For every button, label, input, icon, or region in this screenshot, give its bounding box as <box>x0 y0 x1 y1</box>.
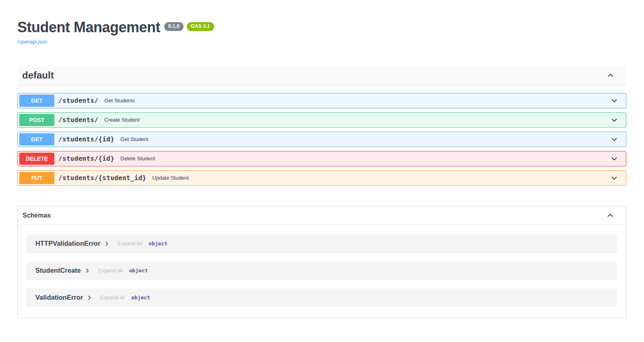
swagger-ui-page: Student Management 0.1.0 OAS 3.1 /openap… <box>0 0 644 334</box>
expand-all-button[interactable]: Expand all <box>118 240 142 247</box>
chevron-down-icon <box>610 174 619 182</box>
http-method-badge: POST <box>19 114 54 126</box>
openapi-spec-link[interactable]: /openapi.json <box>17 39 47 45</box>
model-name: ValidationError <box>35 294 83 301</box>
operation-path: /students/{student_id} <box>58 174 147 182</box>
expand-operation-button[interactable] <box>608 153 620 165</box>
model-type-label: object <box>129 267 148 274</box>
tag-title: default <box>22 70 54 81</box>
operation-path: /students/ <box>58 97 98 104</box>
chevron-right-icon <box>104 241 109 247</box>
tag-header-default[interactable]: default <box>17 66 626 85</box>
chevron-down-icon <box>610 96 619 105</box>
chevron-up-icon <box>606 71 615 80</box>
http-method-badge: DELETE <box>19 153 54 165</box>
model-type-label: object <box>131 294 150 301</box>
page-title: Student Management <box>17 19 160 35</box>
operation-path: /students/ <box>58 116 98 124</box>
collapse-schemas-button[interactable] <box>604 209 616 222</box>
schema-model-row: StudentCreate Expand all object <box>27 261 617 280</box>
expand-operation-button[interactable] <box>608 114 620 126</box>
operations-list: GET /students/ Get Students POST /studen… <box>17 85 626 186</box>
expand-all-button[interactable]: Expand all <box>98 267 123 274</box>
http-method-badge: GET <box>19 133 54 145</box>
operation-summary: Get Student <box>120 136 148 142</box>
expand-operation-button[interactable] <box>608 95 620 107</box>
model-name: StudentCreate <box>35 267 81 274</box>
title-badges: 0.1.0 OAS 3.1 <box>164 22 214 31</box>
model-toggle-button[interactable]: HTTPValidationError <box>35 240 109 247</box>
expand-all-button[interactable]: Expand all <box>100 294 125 301</box>
chevron-down-icon <box>610 154 619 163</box>
oas-version-badge: OAS 3.1 <box>187 22 214 31</box>
expand-operation-button[interactable] <box>608 172 620 184</box>
model-toggle-button[interactable]: StudentCreate <box>35 267 90 274</box>
model-toggle-button[interactable]: ValidationError <box>35 294 92 301</box>
http-method-badge: PUT <box>19 172 54 184</box>
http-method-badge: GET <box>19 95 54 107</box>
schemas-title: Schemas <box>23 212 51 219</box>
version-badge: 0.1.0 <box>164 22 184 31</box>
chevron-up-icon <box>606 211 615 220</box>
schemas-section: Schemas HTTPValidationError Expand all o… <box>17 206 626 318</box>
operation-path: /students/{id} <box>58 155 114 162</box>
operation-row[interactable]: GET /students/{id} Get Student <box>17 132 626 147</box>
chevron-down-icon <box>610 135 619 144</box>
expand-operation-button[interactable] <box>608 133 620 145</box>
operation-row[interactable]: PUT /students/{student_id} Update Studen… <box>17 170 626 186</box>
collapse-section-button[interactable] <box>605 69 617 81</box>
operation-summary: Create Student <box>104 117 139 123</box>
api-info-header: Student Management 0.1.0 OAS 3.1 <box>17 19 626 35</box>
operation-row[interactable]: DELETE /students/{id} Delete Student <box>17 151 626 166</box>
models-list: HTTPValidationError Expand all object St… <box>18 225 626 317</box>
operation-summary: Delete Student <box>120 155 155 162</box>
operation-path: /students/{id} <box>58 135 114 143</box>
chevron-right-icon <box>87 295 92 301</box>
chevron-down-icon <box>610 116 619 124</box>
schemas-header[interactable]: Schemas <box>18 207 626 225</box>
tag-section-default: default GET /students/ Get Students POST… <box>17 66 626 186</box>
operation-summary: Update Student <box>153 175 189 181</box>
schema-model-row: ValidationError Expand all object <box>27 288 617 307</box>
model-name: HTTPValidationError <box>35 240 100 247</box>
operation-summary: Get Students <box>104 97 135 104</box>
operation-row[interactable]: POST /students/ Create Student <box>17 112 626 128</box>
schema-model-row: HTTPValidationError Expand all object <box>27 234 617 253</box>
chevron-right-icon <box>85 268 90 274</box>
model-type-label: object <box>149 240 167 247</box>
operation-row[interactable]: GET /students/ Get Students <box>17 93 626 108</box>
